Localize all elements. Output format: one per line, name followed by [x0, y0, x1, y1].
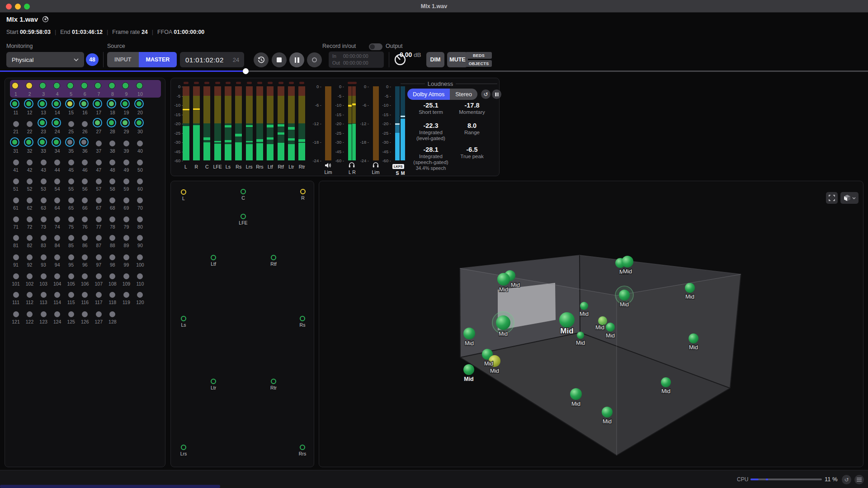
channel-indicator: [13, 121, 19, 127]
channel-number: 29: [119, 129, 133, 134]
info-end: 01:03:46:12: [72, 29, 103, 35]
timeline-knob[interactable]: [243, 68, 249, 74]
return-to-start-icon: [258, 56, 265, 64]
monitoring-select[interactable]: Physical: [6, 52, 84, 67]
dim-button[interactable]: DIM: [426, 52, 444, 67]
channel-number: 34: [51, 148, 64, 154]
channel-indicator: [107, 118, 116, 127]
audio-object: [577, 332, 584, 339]
record-out-value: 00:00:00:00: [343, 60, 368, 66]
speaker-label: Ltr: [204, 385, 222, 390]
channel-indicator: [82, 197, 88, 203]
source-master-button[interactable]: MASTER: [139, 52, 177, 67]
channel-number: 126: [78, 319, 92, 324]
meter-scale-tick: -5 -: [376, 94, 391, 99]
channel-indicator: [68, 160, 74, 165]
loudness-tab-stereo[interactable]: Stereo: [450, 89, 477, 100]
meter-channel-label: Rtr: [295, 164, 309, 169]
channel-number: 42: [23, 167, 37, 173]
channel-number: 63: [37, 205, 50, 211]
channel-number: 100: [133, 262, 147, 267]
stop-button[interactable]: [272, 52, 287, 67]
meter-scale-tick: -18 -: [306, 140, 321, 145]
loudness-value: -6.5: [445, 146, 499, 153]
record-inout-toggle[interactable]: [369, 43, 382, 50]
titlebar: MIx 1.wav: [0, 0, 868, 13]
channel-number: 103: [37, 281, 50, 286]
clip-led: [226, 82, 231, 84]
speaker-label: Rs: [293, 322, 311, 328]
channel-number: 46: [78, 167, 92, 173]
loudness-pause-button[interactable]: [492, 89, 501, 99]
channel-indicator: [24, 99, 33, 108]
channel-indicator: [24, 137, 33, 147]
clip-led: [204, 82, 209, 84]
lkfs-meter: [395, 86, 400, 160]
objects-button[interactable]: OBJECTS: [466, 60, 492, 67]
channel-number: 62: [23, 205, 37, 211]
loudness-reset-button[interactable]: ↺: [481, 89, 491, 99]
channel-indicator: [96, 292, 102, 298]
channel-indicator: [82, 292, 88, 298]
level-meter: [225, 86, 231, 160]
loudness-tab-dolby-atmos[interactable]: Dolby Atmos: [407, 89, 450, 100]
channel-number: 56: [78, 186, 92, 192]
audio-object-label: Mid: [571, 401, 580, 407]
channel-indicator: [13, 216, 19, 222]
audio-object: [685, 283, 695, 293]
channel-indicator: [123, 197, 129, 203]
channel-indicator: [68, 121, 74, 127]
channel-number: 8: [106, 91, 119, 97]
fullscreen-button[interactable]: [826, 192, 838, 204]
level-meter: [193, 86, 200, 160]
record-icon: [312, 57, 317, 62]
channel-number: 111: [9, 300, 23, 305]
speaker-rtr-indicator: [271, 379, 276, 384]
channel-number: 31: [9, 148, 23, 154]
channel-number: 105: [64, 281, 78, 286]
meter-scale-tick: 0 -: [168, 84, 183, 89]
monitoring-selected-value: Physical: [12, 56, 33, 63]
pause-button[interactable]: [289, 52, 304, 67]
channel-indicator: [10, 137, 19, 147]
channel-number: 80: [133, 224, 147, 230]
clip-led: [215, 82, 220, 84]
channel-number: 57: [92, 186, 105, 192]
source-input-button[interactable]: INPUT: [107, 52, 139, 67]
record-inout-times[interactable]: In00:00:00:00 Out00:00:00:00: [329, 52, 384, 68]
channel-indicator: [82, 311, 88, 317]
channel-number: 27: [92, 129, 105, 134]
channel-number: 47: [92, 167, 105, 173]
level-meter: [183, 86, 189, 160]
log-menu-button[interactable]: [854, 475, 864, 484]
meter-scale-tick: -5 -: [329, 94, 344, 99]
timecode-display[interactable]: 01:01:02:02 24: [180, 52, 244, 67]
channel-indicator: [82, 160, 88, 165]
view-cube-button[interactable]: [840, 192, 859, 204]
audio-object-label: Mid: [580, 311, 589, 317]
channel-indicator: [10, 99, 19, 108]
channel-number: 95: [64, 262, 78, 267]
playback-indicator-icon: [42, 16, 49, 23]
beds-button[interactable]: BEDS: [466, 52, 492, 59]
meter-scale-tick: -20 -: [376, 121, 391, 126]
channel-indicator: [52, 118, 61, 127]
channel-number: 90: [133, 243, 147, 248]
record-button[interactable]: [307, 52, 322, 67]
channel-indicator: [109, 273, 115, 279]
channel-number: 11: [9, 110, 23, 115]
channel-number: 79: [119, 224, 133, 230]
channel-indicator: [12, 82, 19, 89]
cpu-reset-button[interactable]: ↺: [842, 475, 851, 484]
return-to-start-button[interactable]: [254, 52, 269, 67]
channel-number: 99: [119, 262, 133, 267]
speaker-label: LFE: [234, 220, 252, 225]
channel-number: 25: [64, 129, 78, 134]
channel-number: 84: [51, 243, 64, 248]
channel-indicator: [82, 235, 88, 241]
divider: [103, 52, 104, 67]
channel-number: 96: [78, 262, 92, 267]
mute-button[interactable]: MUTE: [447, 52, 468, 67]
cpu-meter-fill: [750, 479, 759, 480]
channel-indicator: [54, 235, 60, 241]
